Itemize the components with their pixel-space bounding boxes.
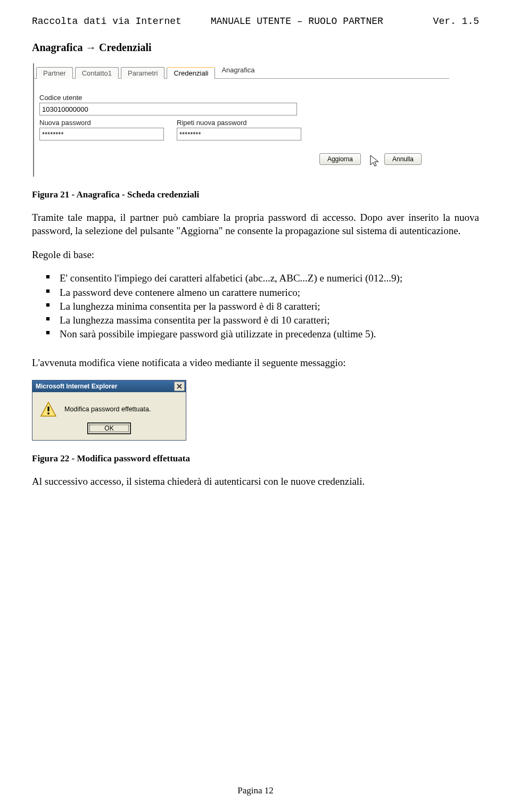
rule-item: La lunghezza minima consentita per la pa… <box>32 300 479 313</box>
page-footer: Pagina 12 <box>0 785 511 796</box>
rule-item: E' consentito l'impiego dei caratteri al… <box>32 272 479 285</box>
confirmation-dialog: Microsoft Internet Explorer Modifica pas… <box>32 380 186 441</box>
rule-item: La password deve contenere almeno un car… <box>32 286 479 299</box>
tab-parametri[interactable]: Parametri <box>121 67 164 79</box>
tabs-row: Partner Contatto1 Parametri Credenziali … <box>34 63 449 79</box>
figure-22-caption: Figura 22 - Modifica password effettuata <box>32 453 479 464</box>
svg-rect-4 <box>47 407 49 411</box>
breadcrumb-root: Anagrafica <box>32 42 83 53</box>
paragraph-notify: L'avvenuta modifica viene notificata a v… <box>32 356 479 369</box>
svg-marker-0 <box>370 155 378 166</box>
tab-partner[interactable]: Partner <box>36 67 73 79</box>
codice-utente-input[interactable] <box>39 103 297 115</box>
rule-item: Non sarà possibile impiegare password gi… <box>32 328 479 341</box>
tab-contatto1[interactable]: Contatto1 <box>75 67 119 79</box>
svg-point-5 <box>47 412 50 415</box>
aggiorna-button[interactable]: Aggiorna <box>319 153 361 165</box>
ripeti-password-input[interactable] <box>177 128 301 140</box>
tab-credenziali[interactable]: Credenziali <box>167 67 215 79</box>
ok-button[interactable]: OK <box>88 423 130 434</box>
arrow-right-icon: → <box>86 42 100 53</box>
dialog-message: Modifica password effettuata. <box>64 405 151 413</box>
paragraph-rules-heading: Regole di base: <box>32 248 479 261</box>
credentials-form-panel: Partner Contatto1 Parametri Credenziali … <box>33 63 449 177</box>
dialog-titlebar: Microsoft Internet Explorer <box>32 380 186 392</box>
breadcrumb-leaf: Credenziali <box>99 42 152 53</box>
breadcrumb: Anagrafica → Credenziali <box>32 42 479 54</box>
tab-context-label: Anagrafica <box>221 66 254 76</box>
header-mid: MANUALE UTENTE – RUOLO PARTNER <box>197 16 396 27</box>
close-icon[interactable] <box>174 382 185 391</box>
codice-utente-label: Codice utente <box>39 94 297 102</box>
annulla-button[interactable]: Annulla <box>384 153 422 165</box>
nuova-password-input[interactable] <box>39 128 164 140</box>
figure-21-caption: Figura 21 - Anagrafica - Scheda credenzi… <box>32 189 479 200</box>
header-right: Ver. 1.5 <box>396 16 479 27</box>
header-left: Raccolta dati via Internet <box>32 16 197 27</box>
dialog-title: Microsoft Internet Explorer <box>36 383 117 390</box>
page-header: Raccolta dati via Internet MANUALE UTENT… <box>32 16 479 27</box>
paragraph-next-access: Al successivo accesso, il sistema chiede… <box>32 475 479 488</box>
warning-icon <box>40 401 57 418</box>
ripeti-password-label: Ripeti nuova password <box>177 119 301 127</box>
nuova-password-label: Nuova password <box>39 119 164 127</box>
rule-item: La lunghezza massima consentita per la p… <box>32 314 479 327</box>
rules-list: E' consentito l'impiego dei caratteri al… <box>32 272 479 341</box>
paragraph-intro: Tramite tale mappa, il partner può cambi… <box>32 211 479 237</box>
